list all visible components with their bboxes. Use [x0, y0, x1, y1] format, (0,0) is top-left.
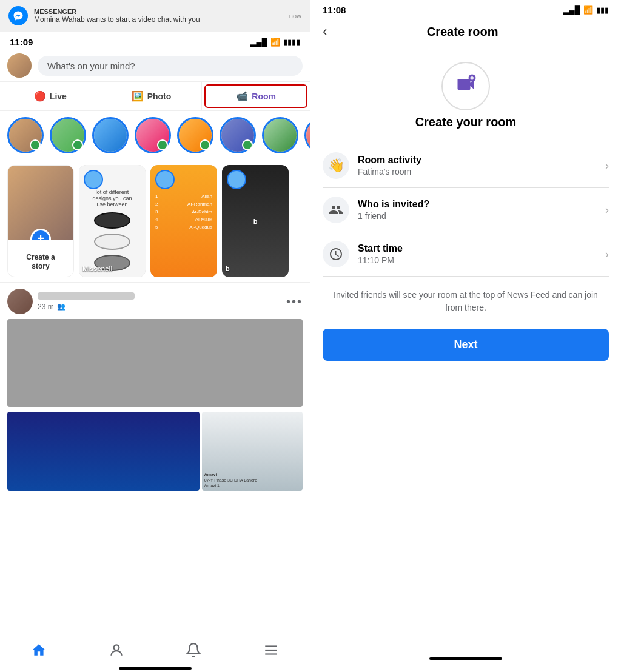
- left-panel: MESSENGER Momina Wahab wants to start a …: [0, 0, 310, 672]
- post-time: 23 m: [38, 303, 54, 311]
- search-bar: What's on your mind?: [0, 50, 310, 82]
- right-signal-icon: ▂▄█: [563, 5, 580, 15]
- second-post-images: Amavi 07-Y Phase 3C DHA Lahore Amavi 1: [0, 412, 310, 491]
- right-time: 11:08: [323, 5, 346, 15]
- room-label: Room: [252, 92, 276, 101]
- nav-profile[interactable]: [109, 642, 124, 658]
- masks-content: lot of differentdesigns you canuse betwe…: [79, 165, 146, 277]
- story-card-masks[interactable]: lot of differentdesigns you canuse betwe…: [79, 165, 146, 277]
- story-card-quran[interactable]: Allah1 Ar-Rahman2 Ar-Rahim3 Al-Malik4 Al…: [150, 165, 217, 277]
- story-card-dark[interactable]: b b: [222, 165, 289, 277]
- start-time-text: Start time 11:10 PM: [358, 243, 597, 265]
- room-info-text: Invited friends will see your room at th…: [310, 277, 621, 314]
- start-time-chevron: ›: [605, 248, 609, 261]
- story-avatar-1[interactable]: [7, 117, 44, 153]
- dark-avatar: [227, 170, 246, 189]
- video-plus-icon: [455, 73, 477, 99]
- right-panel: 11:08 ▂▄█ 📶 ▮▮▮ ‹ Create room Create you…: [310, 0, 621, 672]
- action-buttons-row: 🔴 Live 🖼️ Photo 📹 Room: [0, 82, 310, 111]
- signal-icon: ▂▄█: [250, 38, 267, 47]
- room-header: ‹ Create room: [310, 18, 621, 47]
- story-cards-row: + Create astory lot of differentdesigns …: [0, 160, 310, 283]
- next-button[interactable]: Next: [323, 329, 609, 361]
- right-battery-icon: ▮▮▮: [596, 5, 609, 15]
- post-header: 23 m 👥 •••: [7, 289, 303, 314]
- user-avatar: [7, 53, 32, 78]
- post-username: [38, 292, 135, 300]
- live-icon: 🔴: [34, 90, 46, 102]
- post-image-left: [7, 412, 200, 491]
- live-button[interactable]: 🔴 Live: [0, 82, 101, 110]
- notification-message: Momina Wahab wants to start a video chat…: [34, 15, 283, 24]
- quran-avatar: [155, 170, 175, 189]
- who-invited-icon: [323, 197, 349, 223]
- story-avatar-4[interactable]: [135, 117, 171, 153]
- masks-avatar: [84, 170, 103, 189]
- room-title: Create room: [334, 25, 591, 39]
- status-bar-left: 11:09 ▂▄█ 📶 ▮▮▮▮: [0, 32, 310, 50]
- post-image-row: Amavi 07-Y Phase 3C DHA Lahore Amavi 1: [7, 412, 303, 491]
- live-label: Live: [50, 92, 67, 101]
- start-time-option[interactable]: Start time 11:10 PM ›: [323, 232, 609, 277]
- create-story-top: +: [8, 166, 73, 240]
- left-time: 11:09: [10, 37, 33, 47]
- bottom-nav: [0, 633, 310, 672]
- story-avatar-8[interactable]: [304, 117, 310, 153]
- who-invited-chevron: ›: [605, 204, 609, 217]
- room-options: 👋 Room activity Fatima's room › Who is i…: [310, 144, 621, 277]
- left-status-icons: ▂▄█ 📶 ▮▮▮▮: [250, 38, 300, 47]
- nav-home[interactable]: [31, 642, 47, 658]
- who-invited-option[interactable]: Who is invited? 1 friend ›: [323, 188, 609, 232]
- room-activity-text: Room activity Fatima's room: [358, 155, 597, 176]
- create-story-label: Create astory: [8, 240, 73, 277]
- photo-icon: 🖼️: [132, 90, 144, 102]
- room-activity-title: Room activity: [358, 155, 597, 166]
- nav-menu[interactable]: [263, 642, 279, 658]
- room-activity-option[interactable]: 👋 Room activity Fatima's room ›: [323, 144, 609, 188]
- notification-content: MESSENGER Momina Wahab wants to start a …: [34, 8, 283, 24]
- dark-content: b b: [222, 165, 289, 277]
- create-your-room-title: Create your room: [310, 115, 621, 129]
- quran-content: Allah1 Ar-Rahman2 Ar-Rahim3 Al-Malik4 Al…: [150, 165, 217, 277]
- masks-label: Missenell: [82, 265, 113, 272]
- nav-bell[interactable]: [186, 642, 201, 658]
- post-time-row: 23 m 👥: [38, 303, 281, 311]
- room-video-icon-circle: [441, 62, 490, 110]
- wave-icon: 👋: [328, 158, 344, 173]
- story-avatar-2[interactable]: [50, 117, 86, 153]
- story-avatar-6[interactable]: [220, 117, 256, 153]
- post-privacy-icon: 👥: [57, 303, 65, 311]
- wifi-icon: 📶: [270, 38, 280, 47]
- dark-label: b: [226, 265, 230, 272]
- svg-point-0: [113, 645, 119, 650]
- who-invited-subtitle: 1 friend: [358, 211, 597, 221]
- notification-bar[interactable]: MESSENGER Momina Wahab wants to start a …: [0, 0, 310, 32]
- room-btn-icon: 📹: [236, 90, 248, 102]
- room-button[interactable]: 📹 Room: [204, 84, 307, 108]
- post-more-button[interactable]: •••: [286, 295, 303, 309]
- battery-icon: ▮▮▮▮: [283, 38, 300, 47]
- who-invited-title: Who is invited?: [358, 199, 597, 210]
- post-meta: 23 m 👥: [38, 292, 281, 311]
- start-time-icon: [323, 241, 349, 267]
- post-image: [7, 319, 303, 407]
- stories-avatars-row: [0, 111, 310, 160]
- story-avatar-5[interactable]: [177, 117, 213, 153]
- story-avatar-7[interactable]: [262, 117, 298, 153]
- photo-button[interactable]: 🖼️ Photo: [101, 82, 203, 110]
- whats-on-mind-input[interactable]: What's on your mind?: [38, 56, 303, 76]
- right-wifi-icon: 📶: [583, 5, 593, 15]
- post-avatar: [7, 289, 33, 314]
- room-activity-icon: 👋: [323, 152, 349, 179]
- notification-time: now: [289, 12, 301, 19]
- notification-app-name: MESSENGER: [34, 8, 283, 15]
- messenger-icon: [8, 6, 28, 25]
- home-indicator-right: [429, 657, 502, 660]
- create-story-card[interactable]: + Create astory: [7, 165, 74, 277]
- story-avatar-3[interactable]: [92, 117, 129, 153]
- photo-label: Photo: [147, 92, 172, 101]
- post-section: 23 m 👥 •••: [0, 283, 310, 407]
- back-button[interactable]: ‹: [323, 24, 327, 39]
- room-activity-chevron: ›: [605, 160, 609, 172]
- post-image-right: Amavi 07-Y Phase 3C DHA Lahore Amavi 1: [202, 412, 303, 491]
